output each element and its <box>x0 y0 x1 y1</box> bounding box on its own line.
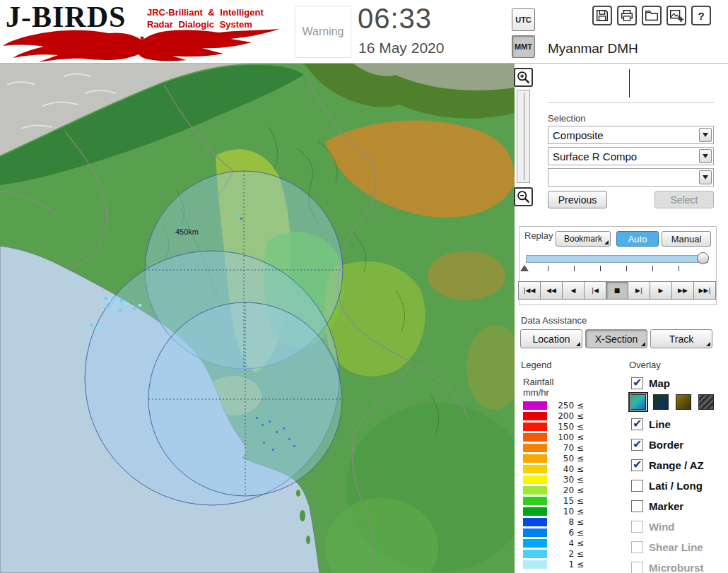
legend-swatch <box>523 560 547 569</box>
play-button[interactable]: ▶ <box>650 281 672 300</box>
play-backward-button[interactable]: ◀ <box>562 281 585 300</box>
legend-value: 40 ≤ <box>547 464 584 474</box>
legend-swatch <box>523 486 547 495</box>
bookmark-button[interactable]: Bookmark <box>556 231 611 247</box>
x-section-button[interactable]: X-Section <box>585 329 647 348</box>
manual-mode-button[interactable]: Manual <box>662 231 711 247</box>
overlay-item-label: Map <box>649 377 670 389</box>
overlay-item-range-az[interactable]: Range / AZ <box>631 456 704 473</box>
timeline-tick <box>600 266 601 271</box>
checkbox[interactable] <box>631 459 643 471</box>
combo-product[interactable]: Surface R Compo <box>548 147 714 165</box>
step-forward-button[interactable]: ▶| <box>628 281 650 300</box>
legend-value: 50 ≤ <box>547 454 584 463</box>
stop-button[interactable]: ■ <box>606 281 628 300</box>
combo-extra[interactable] <box>548 168 714 187</box>
location-button[interactable]: Location <box>520 329 582 348</box>
export-image-icon <box>669 8 684 23</box>
skip-to-start-button[interactable]: |◀◀ <box>518 281 541 300</box>
overlay-item-label: Range / AZ <box>649 459 704 471</box>
overlay-item-label: Line <box>649 418 671 430</box>
map-style-swatch-3[interactable] <box>676 394 691 410</box>
auto-mode-button[interactable]: Auto <box>616 231 659 247</box>
zoom-out-button[interactable] <box>514 187 533 206</box>
overlay-item-border[interactable]: Border <box>631 436 683 453</box>
checkbox <box>631 562 643 573</box>
legend-value: 200 ≤ <box>547 411 584 421</box>
legend-swatch <box>523 475 547 484</box>
help-button[interactable]: ? <box>691 6 711 25</box>
legend-swatch <box>523 550 547 558</box>
utc-button[interactable]: UTC <box>512 8 535 31</box>
overlay-item-shear-line: Shear Line <box>631 538 703 555</box>
help-icon: ? <box>698 10 704 22</box>
warning-indicator[interactable]: Warning <box>295 6 351 58</box>
header-bar: J-BIRDS JRC-Brilliant & Intelligent Rada… <box>0 0 728 64</box>
legend-swatch <box>523 507 547 516</box>
open-file-button[interactable] <box>642 6 662 25</box>
legend-value: 150 ≤ <box>547 422 584 432</box>
clock-time: 06:33 <box>358 3 432 35</box>
overlay-item-marker[interactable]: Marker <box>631 497 683 514</box>
legend-swatch <box>523 539 547 548</box>
fast-rewind-button[interactable]: ◀◀ <box>540 281 563 300</box>
replay-timeline[interactable] <box>526 255 708 263</box>
checkbox[interactable] <box>631 500 643 512</box>
legend-unit-1: Rainfall <box>523 377 553 387</box>
mmt-button[interactable]: MMT <box>512 35 535 58</box>
save-button[interactable] <box>592 6 612 25</box>
checkbox[interactable] <box>631 480 643 492</box>
step-back-button[interactable]: |◀ <box>584 281 606 300</box>
station-name: Myanmar DMH <box>548 41 638 57</box>
map-style-swatch-1[interactable] <box>630 394 646 410</box>
select-button[interactable]: Select <box>654 191 714 208</box>
checkbox <box>631 541 643 553</box>
skip-to-end-button[interactable]: ▶▶| <box>693 281 716 300</box>
range-ring-label: 450km <box>175 228 199 236</box>
app-window: J-BIRDS JRC-Brilliant & Intelligent Rada… <box>0 0 728 573</box>
checkbox[interactable] <box>631 418 643 430</box>
overlay-item-lati-long[interactable]: Lati / Long <box>631 477 703 494</box>
legend-value: 10 ≤ <box>547 507 584 516</box>
zoom-in-button[interactable] <box>514 68 533 87</box>
replay-label: Replay <box>524 230 553 241</box>
legend-unit-2: mm/hr <box>523 387 549 398</box>
clock-date: 16 May 2020 <box>358 40 444 57</box>
overlay-label: Overlay <box>629 360 661 370</box>
legend-label: Legend <box>521 360 551 370</box>
legend-value: 8 ≤ <box>547 517 584 527</box>
legend-value: 30 ≤ <box>547 475 584 485</box>
warning-label: Warning <box>303 25 344 38</box>
map-style-swatch-4[interactable] <box>698 394 714 410</box>
topographic-map: 450km <box>0 64 515 573</box>
print-icon <box>619 8 635 23</box>
selection-info-box[interactable] <box>548 65 714 103</box>
overlay-item-microburst: Microburst <box>631 559 704 573</box>
combo-data-type[interactable]: Composite <box>548 126 714 144</box>
save-icon <box>594 8 610 23</box>
overlay-item-line[interactable]: Line <box>631 415 671 432</box>
overlay-item-label: Shear Line <box>649 541 703 553</box>
legend-swatch <box>523 433 547 442</box>
chevron-down-icon[interactable] <box>699 128 712 142</box>
print-button[interactable] <box>617 6 637 25</box>
radar-map-canvas[interactable]: 450km <box>0 64 515 573</box>
checkbox[interactable] <box>631 439 643 451</box>
timeline-thumb[interactable] <box>697 252 709 264</box>
chevron-down-icon[interactable] <box>699 149 712 163</box>
overlay-item-label: Wind <box>649 521 675 533</box>
checkbox[interactable] <box>631 377 643 389</box>
legend-value: 15 ≤ <box>547 496 584 506</box>
logo-tagline-1: JRC-Brilliant & Intelligent <box>147 7 264 18</box>
map-style-swatch-2[interactable] <box>653 394 669 410</box>
data-assistance-label: Data Assistance <box>521 315 587 326</box>
legend-swatch <box>523 528 547 537</box>
fast-forward-button[interactable]: ▶▶ <box>671 281 694 300</box>
track-button[interactable]: Track <box>650 329 712 348</box>
chevron-down-icon[interactable] <box>699 170 712 184</box>
export-image-button[interactable] <box>667 6 686 25</box>
previous-button[interactable]: Previous <box>548 191 607 208</box>
overlay-item-map[interactable]: Map <box>631 374 670 391</box>
zoom-slider[interactable] <box>517 90 530 183</box>
zoom-out-icon <box>516 189 531 204</box>
